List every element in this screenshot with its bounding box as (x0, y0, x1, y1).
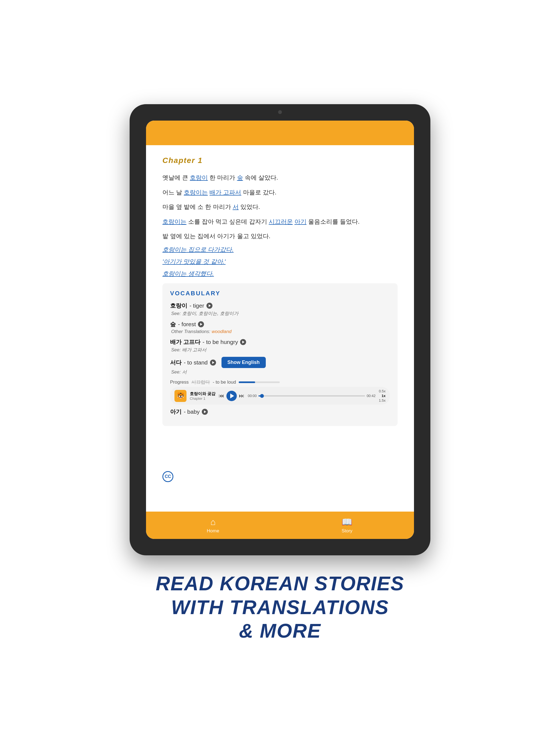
audio-next-button[interactable]: ⏭ (239, 393, 245, 399)
vocab-translation-baby: - baby (184, 409, 200, 415)
vocab-korean-baby: 아기 (170, 408, 182, 416)
speed-0.5x[interactable]: 0.5x (379, 389, 385, 393)
audio-title: 호랑이와 곶감 (190, 391, 215, 396)
audio-subtitle: Chapter 1 (190, 396, 215, 401)
progress-label: Progress (170, 380, 189, 385)
vocab-translation-1: - tiger (189, 302, 204, 309)
story-paragraph-3: 마을 옆 밭에 소 한 마리가 서 있었다. (162, 202, 398, 212)
vocab-alt-2: woodland (212, 329, 232, 334)
vocab-translation-2: - forest (178, 321, 196, 328)
tagline-line1: Read Korean stories (156, 572, 404, 595)
tablet-screen: Chapter 1 옛날에 큰 호랑이 한 마리가 숲 속에 살았다. 어느 날… (146, 121, 414, 539)
progress-bar (239, 381, 280, 383)
audio-progress: 00:00 00:42 (248, 394, 376, 398)
nav-home[interactable]: ⌂ Home (146, 517, 280, 534)
vocab-play-1[interactable] (206, 303, 212, 309)
vocab-link-forest[interactable]: 숲 (237, 174, 243, 181)
vocab-link-tiger2[interactable]: 호랑이는 (184, 189, 208, 196)
vocab-note-2: Other Translations: woodland (170, 329, 390, 334)
content-area: Chapter 1 옛날에 큰 호랑이 한 마리가 숲 속에 살았다. 어느 날… (146, 145, 414, 512)
italic-line-2[interactable]: '아기가 맛있을 것 같아.' (162, 258, 398, 266)
vocab-item-baby: 아기 - baby (170, 408, 390, 416)
tablet-device: Chapter 1 옛날에 큰 호랑이 한 마리가 숲 속에 살았다. 어느 날… (130, 104, 430, 555)
tagline-block: Read Korean stories with translations & … (156, 572, 404, 643)
to-be-loud: - to be loud (213, 380, 236, 385)
story-paragraph-4: 호랑이는 소를 잡아 먹고 싶은데 갑자기 시끄러운 아기 울음소리를 들었다. (162, 216, 398, 227)
audio-controls: ⏮ ⏭ (219, 391, 245, 401)
nav-story-label: Story (341, 528, 353, 534)
audio-progress-bar[interactable] (258, 395, 365, 396)
vocab-korean-2: 숲 (170, 320, 176, 328)
vocab-link-baby[interactable]: 아기 (295, 218, 307, 225)
vocab-play-baby[interactable] (202, 409, 208, 415)
vocabulary-box: Vocabulary 호랑이 - tiger See: 호랑이, 호랑이는, 호… (162, 283, 398, 426)
vocab-translation-3: - to be hungry (203, 339, 238, 345)
vocab-play-4[interactable] (210, 360, 216, 366)
vocab-link-hungry[interactable]: 배가 고파서 (209, 189, 241, 196)
story-paragraph-2: 어느 날 호랑이는 배가 고파서 마을로 갔다. (162, 187, 398, 198)
vocab-note-3: See: 배가 고파서 (170, 347, 390, 353)
tagline-line2: with translations (156, 595, 404, 619)
top-bar (146, 121, 414, 145)
vocab-play-2[interactable] (198, 321, 204, 327)
vocab-link-stand[interactable]: 서 (233, 203, 239, 210)
progress-fill (239, 381, 255, 383)
vocab-item-4: 서다 - to stand Show English See: 서 (170, 357, 390, 375)
bottom-nav: ⌂ Home 📖 Story (146, 512, 414, 539)
progress-row: Progress 시끄럽다 - to be loud (170, 379, 390, 385)
camera (278, 110, 282, 114)
audio-knob[interactable] (260, 394, 264, 398)
vocab-item-2: 숲 - forest Other Translations: woodland (170, 320, 390, 334)
cc-icon[interactable]: CC (162, 471, 173, 482)
vocab-link-tiger[interactable]: 호랑이 (190, 174, 208, 181)
vocab-item-3: 배가 고프다 - to be hungry See: 배가 고파서 (170, 338, 390, 353)
vocab-korean-3: 배가 고프다 (170, 338, 200, 346)
story-icon: 📖 (341, 517, 353, 527)
italic-line-1[interactable]: 호랑이는 집으로 다가갔다. (162, 246, 398, 254)
audio-play-button[interactable] (226, 391, 237, 401)
vocab-note-1: See: 호랑이, 호랑이는, 호랑이가 (170, 310, 390, 317)
audio-current-time: 00:00 (248, 394, 257, 398)
vocab-title: Vocabulary (170, 290, 390, 297)
audio-thumbnail: 🐯 (175, 390, 186, 402)
vocab-link-loud[interactable]: 시끄러운 (269, 218, 293, 225)
vocab-korean-1: 호랑이 (170, 302, 187, 310)
vocab-play-3[interactable] (240, 339, 246, 345)
chapter-title: Chapter 1 (162, 156, 398, 165)
audio-total-time: 00:42 (367, 394, 376, 398)
vocab-note-4: See: 서 (170, 369, 390, 375)
nav-home-label: Home (207, 528, 219, 534)
speed-1.5x[interactable]: 1.5x (379, 398, 385, 403)
show-english-button[interactable]: Show English (222, 357, 266, 368)
speed-1x[interactable]: 1x (382, 394, 385, 398)
vocab-item-1: 호랑이 - tiger See: 호랑이, 호랑이는, 호랑이가 (170, 302, 390, 317)
nav-story[interactable]: 📖 Story (280, 517, 414, 534)
audio-player: 🐯 호랑이와 곶감 Chapter 1 ⏮ ⏭ 00:00 (170, 387, 390, 405)
home-icon: ⌂ (210, 517, 215, 527)
tagline-line3: & more (156, 619, 404, 643)
audio-info: 호랑이와 곶감 Chapter 1 (190, 391, 215, 401)
vocab-translation-4: - to stand (184, 359, 208, 366)
story-paragraph-5: 밭 옆에 있는 집에서 아기가 울고 있었다. (162, 231, 398, 241)
audio-prev-button[interactable]: ⏮ (219, 393, 224, 399)
speed-controls: 0.5x 1x 1.5x (379, 389, 385, 403)
strikethrough-item: 시끄럽다 (192, 379, 210, 385)
story-paragraph-1: 옛날에 큰 호랑이 한 마리가 숲 속에 살았다. (162, 173, 398, 183)
italic-line-3[interactable]: 호랑이는 생각했다. (162, 269, 398, 278)
vocab-korean-4: 서다 (170, 359, 182, 366)
vocab-link-tiger3[interactable]: 호랑이는 (162, 218, 186, 225)
